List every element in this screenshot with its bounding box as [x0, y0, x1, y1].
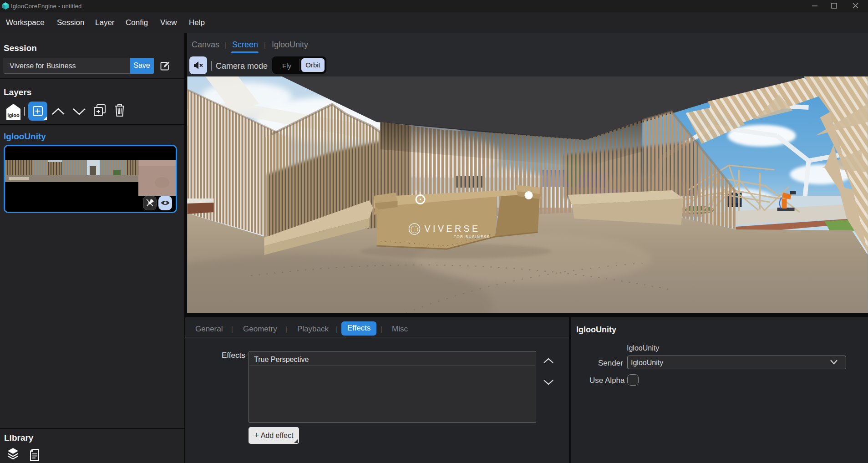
- svg-text:FOR BUSINESS: FOR BUSINESS: [454, 234, 490, 239]
- svg-text:igloo: igloo: [7, 112, 20, 118]
- svg-text:VIVERSE: VIVERSE: [425, 224, 481, 234]
